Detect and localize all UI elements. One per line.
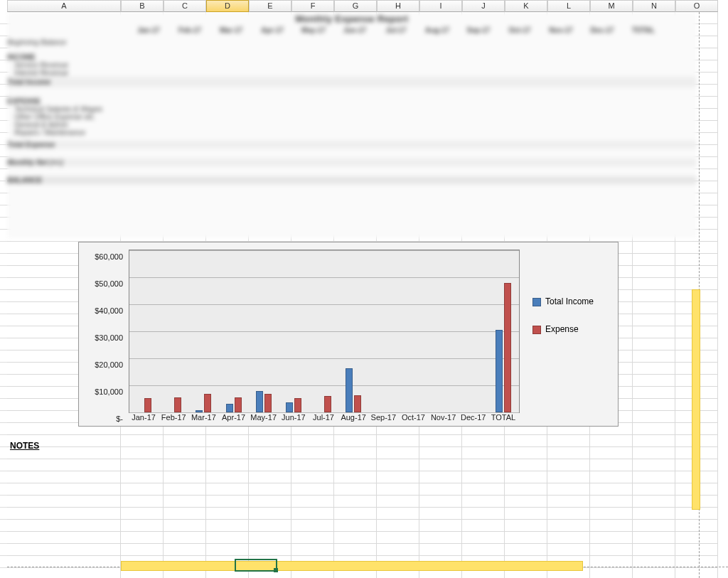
- x-tick-Dec-17: Dec-17: [461, 413, 486, 422]
- bar-income-TOTAL: [496, 330, 503, 412]
- bar-expense-TOTAL: [504, 283, 511, 412]
- column-header-F[interactable]: F: [291, 0, 334, 12]
- x-tick-Oct-17: Oct-17: [402, 413, 425, 422]
- bar-expense-Jan-17: [144, 398, 151, 412]
- bar-expense-Feb-17: [174, 397, 181, 412]
- chart-y-axis: $-$10,000$20,000$30,000$40,000$50,000$60…: [79, 250, 127, 412]
- x-tick-Jul-17: Jul-17: [313, 413, 334, 422]
- highlighted-column-strip[interactable]: [692, 289, 700, 510]
- column-header-H[interactable]: H: [377, 0, 419, 12]
- bar-income-Jun-17: [286, 402, 293, 412]
- notes-heading: NOTES: [10, 441, 39, 451]
- column-header-A[interactable]: A: [7, 0, 121, 12]
- bar-expense-Jul-17: [324, 396, 331, 412]
- column-header-L[interactable]: L: [547, 0, 590, 12]
- bar-expense-Apr-17: [235, 397, 242, 412]
- x-tick-Mar-17: Mar-17: [191, 413, 216, 422]
- column-header-C[interactable]: C: [164, 0, 206, 12]
- bar-income-Aug-17: [346, 368, 353, 412]
- column-header-B[interactable]: B: [121, 0, 164, 12]
- bar-expense-Jun-17: [294, 398, 301, 412]
- x-tick-Jun-17: Jun-17: [282, 413, 306, 422]
- column-header-G[interactable]: G: [334, 0, 377, 12]
- column-header-O[interactable]: O: [675, 0, 718, 12]
- x-tick-Sep-17: Sep-17: [371, 413, 396, 422]
- chart-plot-area: [129, 250, 520, 413]
- column-header-E[interactable]: E: [249, 0, 291, 12]
- x-tick-TOTAL: TOTAL: [491, 413, 515, 422]
- legend-item-expense: Expense: [532, 323, 611, 336]
- x-tick-Feb-17: Feb-17: [161, 413, 186, 422]
- chart-legend: Total Income Expense: [532, 296, 611, 351]
- column-header-M[interactable]: M: [590, 0, 633, 12]
- legend-swatch-red: [532, 326, 541, 334]
- x-tick-Apr-17: Apr-17: [222, 413, 245, 422]
- column-header-I[interactable]: I: [419, 0, 462, 12]
- x-tick-May-17: May-17: [250, 413, 277, 422]
- legend-item-income: Total Income: [532, 296, 611, 308]
- x-tick-Nov-17: Nov-17: [431, 413, 456, 422]
- chart-x-axis: Jan-17Feb-17Mar-17Apr-17May-17Jun-17Jul-…: [129, 412, 520, 426]
- bar-expense-Mar-17: [204, 394, 211, 412]
- legend-label-expense: Expense: [545, 323, 579, 336]
- bar-expense-May-17: [264, 394, 272, 412]
- bar-expense-Aug-17: [354, 395, 361, 412]
- row-headers[interactable]: [0, 12, 7, 578]
- column-headers[interactable]: ABCDEFGHIJKLMNO: [7, 0, 718, 12]
- column-header-K[interactable]: K: [505, 0, 547, 12]
- bar-income-May-17: [256, 391, 263, 412]
- column-header-N[interactable]: N: [633, 0, 675, 12]
- embedded-chart[interactable]: $-$10,000$20,000$30,000$40,000$50,000$60…: [78, 242, 619, 427]
- highlighted-row[interactable]: [121, 561, 583, 571]
- column-header-J[interactable]: J: [462, 0, 505, 12]
- x-tick-Jan-17: Jan-17: [132, 413, 156, 422]
- column-header-D[interactable]: D: [206, 0, 249, 12]
- x-tick-Aug-17: Aug-17: [341, 413, 365, 422]
- legend-label-income: Total Income: [545, 296, 594, 308]
- legend-swatch-blue: [532, 298, 541, 306]
